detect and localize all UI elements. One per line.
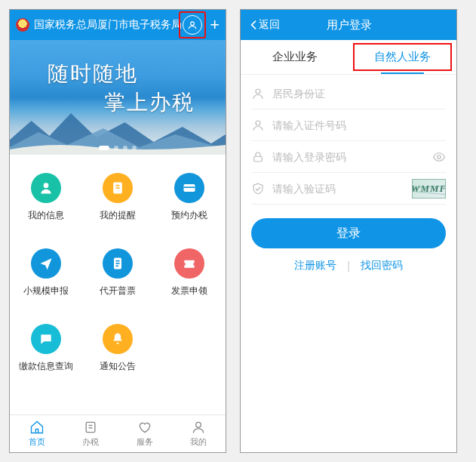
home-header: 国家税务总局厦门市电子税务局 + [10,10,226,40]
svg-point-18 [438,155,441,159]
grid-item-5[interactable]: 发票申领 [154,235,226,310]
grid-item-3[interactable]: 小规模申报 [10,235,81,310]
app-title: 国家税务总局厦门市电子税务局 [34,18,183,32]
tab-label: 服务 [137,436,153,448]
password-input[interactable] [272,151,425,163]
id-type-input[interactable] [272,88,446,100]
login-header: 返回 用户登录 [241,10,456,40]
register-link[interactable]: 注册账号 [294,259,336,273]
login-phone: 返回 用户登录 企业业务 自然人业务 WMMF [240,9,457,453]
login-button[interactable]: 登录 [251,218,446,248]
forgot-password-link[interactable]: 找回密码 [361,259,403,273]
tab-me[interactable]: 我的 [172,415,226,452]
separator: | [347,260,350,272]
lock-icon [251,150,265,164]
grid-label: 我的信息 [28,209,64,222]
id-type-field[interactable] [251,78,446,109]
plane-icon [31,248,61,279]
doc-icon [103,248,133,279]
svg-rect-17 [254,156,263,162]
grid-label: 代开普票 [100,285,136,297]
tab-label: 首页 [29,436,45,448]
home-phone: 国家税务总局厦门市电子税务局 + 随时随地 掌上办税 我的信息我的提醒预约办税小… [9,9,226,453]
svg-point-1 [43,183,48,188]
user-icon [31,173,61,203]
captcha-input[interactable] [272,183,404,195]
note-icon [103,173,133,203]
grid-label: 缴款信息查询 [19,360,73,373]
svg-point-14 [196,422,201,427]
bell-icon [103,324,133,354]
login-form: WMMF [241,75,456,205]
highlight-box [179,11,206,38]
user-login-icon[interactable] [183,15,202,35]
bottom-tabbar: 首页办税服务我的 [10,414,226,452]
chat-icon [31,324,61,354]
login-title: 用户登录 [250,18,449,32]
tab-list[interactable]: 办税 [64,415,118,452]
svg-point-16 [256,121,260,125]
user-icon [251,119,265,132]
grid-item-2[interactable]: 预约办税 [154,159,226,235]
id-number-input[interactable] [272,119,446,131]
grid-label: 预约办税 [171,209,207,222]
national-emblem-icon [16,18,29,32]
svg-rect-11 [86,422,95,432]
tab-label: 办税 [82,436,99,448]
eye-icon[interactable] [432,150,446,164]
shield-icon [251,182,265,196]
captcha-image[interactable]: WMMF [412,179,446,199]
tab-heart[interactable]: 服务 [118,415,172,452]
grid-item-0[interactable]: 我的信息 [10,159,81,235]
captcha-field: WMMF [251,173,446,205]
tab-label: 我的 [190,436,207,448]
ticket-icon [174,248,204,279]
grid-item-1[interactable]: 我的提醒 [81,159,153,235]
grid-label: 小规模申报 [23,285,69,297]
grid-label: 通知公告 [100,360,136,373]
tab-home[interactable]: 首页 [10,415,64,452]
tab-enterprise[interactable]: 企业业务 [241,40,349,74]
grid-label: 我的提醒 [100,209,136,222]
promo-banner[interactable]: 随时随地 掌上办税 [10,40,226,155]
banner-line-1: 随时随地 [48,60,138,88]
login-links: 注册账号 | 找回密码 [241,259,456,273]
grid-item-4[interactable]: 代开普票 [81,235,153,310]
carousel-dots [99,146,137,150]
plus-icon[interactable]: + [210,17,220,33]
card-icon [174,173,204,203]
svg-rect-6 [184,186,195,188]
grid-item-6[interactable]: 缴款信息查询 [10,310,81,386]
grid-label: 发票申领 [171,285,207,297]
grid-item-7[interactable]: 通知公告 [81,310,153,386]
login-type-tabs: 企业业务 自然人业务 [241,40,456,75]
tab-individual[interactable]: 自然人业务 [349,40,456,74]
svg-point-15 [256,89,260,94]
app-grid: 我的信息我的提醒预约办税小规模申报代开普票发票申领缴款信息查询通知公告 [10,155,226,414]
password-field [251,141,446,173]
id-number-field [251,109,446,141]
user-icon [251,87,265,100]
